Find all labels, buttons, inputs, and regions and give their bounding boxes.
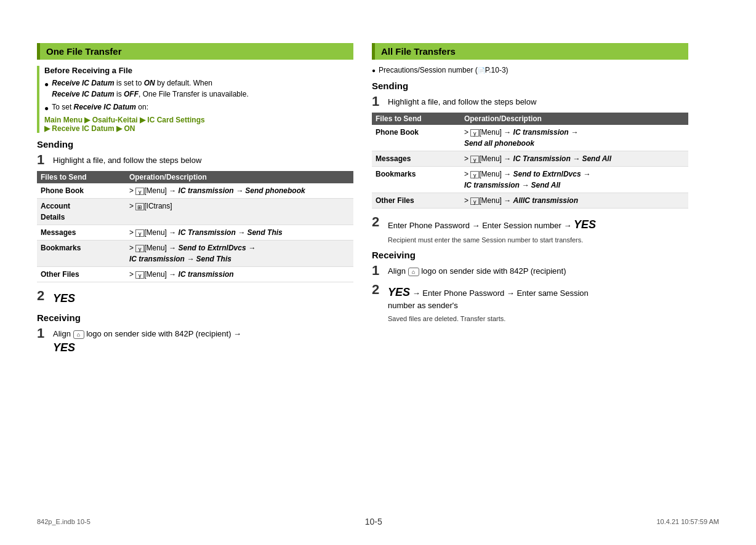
before-title: Before Receiving a File [44, 66, 353, 75]
page-container: One File Transfer Before Receiving a Fil… [0, 0, 756, 545]
precaution-line: ● Precautions/Session number (📄P.10-3) [372, 66, 688, 74]
right-step2-yes: YES [574, 218, 596, 231]
content-area: One File Transfer Before Receiving a Fil… [37, 43, 719, 359]
footer-left: 842p_E.indb 10-5 [37, 518, 90, 525]
footer-right: 10.4.21 10:57:59 AM [656, 518, 719, 525]
file-cell: Messages [37, 225, 126, 241]
operation-cell: > y[Menu] → IC transmission [126, 267, 353, 282]
page-ref-icon: 📄 [478, 67, 485, 74]
receiving-yes: YES [53, 341, 75, 354]
table-row: AccountDetails > ⊞[ICtrans] [37, 199, 353, 225]
file-cell: AccountDetails [37, 199, 126, 225]
table-row: Phone Book > y[Menu] → IC transmission →… [372, 125, 688, 151]
file-cell: Other Files [372, 193, 460, 209]
right-receiving-yes: YES [388, 286, 410, 298]
table-row: Other Files > y[Menu] → IC transmission [37, 267, 353, 282]
right-files-table: Files to Send Operation/Description Phon… [372, 113, 688, 209]
right-receiving-title: Receiving [372, 250, 688, 260]
right-receiving-step1-num: 1 [372, 263, 388, 278]
bullet-item-1: ● Receive IC Datum is set to ON by defau… [44, 78, 353, 100]
file-cell: Bookmarks [37, 241, 126, 267]
precaution-bullet: ● [372, 67, 376, 74]
left-sending-title: Sending [37, 139, 353, 149]
right-sending-step2-note: Recipient must enter the same Session nu… [388, 236, 688, 244]
operation-cell: > y[Menu] → IC Transmission → Send This [126, 225, 353, 241]
left-step2-yes: YES [53, 288, 75, 306]
left-files-table: Files to Send Operation/Description Phon… [37, 171, 353, 282]
left-receiving-step1-num: 1 [37, 326, 53, 341]
right-step1-text: Highlight a file, and follow the steps b… [388, 94, 536, 108]
table-row: Bookmarks > y[Menu] → Send to ExtrnlDvcs… [372, 167, 688, 193]
menu-icon: y [135, 271, 144, 279]
right-section-header: All File Transfers [372, 43, 688, 60]
operation-cell: > y[Menu] → Send to ExtrnlDvcs →IC trans… [126, 241, 353, 267]
file-cell: Phone Book [37, 183, 126, 199]
right-receiving-step2-note: Saved files are deleted. Transfer starts… [388, 315, 688, 322]
left-step1-num: 1 [37, 153, 53, 167]
left-section-header: One File Transfer [37, 43, 353, 60]
file-cell: Bookmarks [372, 167, 460, 193]
right-table-col2-header: Operation/Description [460, 113, 688, 125]
left-receiving-step1: 1 Align ⌂ logo on sender side with 842P … [37, 326, 353, 355]
before-receiving-box: Before Receiving a File ● Receive IC Dat… [37, 66, 353, 133]
left-table-col1-header: Files to Send [37, 171, 126, 183]
left-receiving-title: Receiving [37, 312, 353, 323]
right-sending-step2-num: 2 [372, 215, 388, 229]
operation-cell: > y[Menu] → Send to ExtrnlDvcs →IC trans… [460, 167, 688, 193]
menu-icon: y [470, 197, 479, 205]
operation-cell: > y[Menu] → AllIC transmission [460, 193, 688, 209]
right-sending-title: Sending [372, 81, 688, 91]
right-table-col1-header: Files to Send [372, 113, 460, 125]
right-step1-num: 1 [372, 94, 388, 109]
table-row: Other Files > y[Menu] → AllIC transmissi… [372, 193, 688, 209]
right-receiving-step2: 2 YES → Enter Phone Password → Enter sam… [372, 282, 688, 311]
menu-line: Main Menu ▶ Osaifu-Keitai ▶ IC Card Sett… [44, 116, 353, 133]
operation-cell: > y[Menu] → IC transmission →Send all ph… [460, 125, 688, 151]
table-row: Phone Book > y[Menu] → IC transmission →… [37, 183, 353, 199]
menu-icon: y [135, 188, 144, 195]
bullet-item-2: ● To set Receive IC Datum on: [44, 101, 353, 114]
logo-icon: ⌂ [408, 268, 419, 276]
right-sending-step2-text: Enter Phone Password → Enter Session num… [388, 215, 596, 233]
right-receiving-step1-text: Align ⌂ logo on sender side with 842P (r… [388, 263, 566, 277]
bullet-dot-1: ● [44, 79, 49, 90]
menu-icon: ⊞ [135, 203, 144, 210]
file-cell: Phone Book [372, 125, 460, 151]
right-column: All File Transfers ● Precautions/Session… [372, 43, 719, 359]
right-receiving-step1: 1 Align ⌂ logo on sender side with 842P … [372, 263, 688, 278]
left-receiving-step1-text: Align ⌂ logo on sender side with 842P (r… [53, 326, 241, 355]
file-cell: Other Files [37, 267, 126, 282]
menu-icon: y [470, 129, 479, 137]
right-receiving-step2-num: 2 [372, 282, 388, 297]
left-step2: 2 YES [37, 288, 353, 306]
logo-icon: ⌂ [73, 330, 84, 339]
left-step1-text: Highlight a file, and follow the steps b… [53, 153, 201, 166]
menu-icon: y [470, 171, 479, 178]
page-number: 10-5 [365, 517, 382, 527]
table-row: Messages > y[Menu] → IC Transmission → S… [372, 151, 688, 167]
bullet-dot-2: ● [44, 103, 49, 114]
left-table-col2-header: Operation/Description [126, 171, 353, 183]
menu-icon: y [135, 229, 144, 237]
right-receiving-step2-text: YES → Enter Phone Password → Enter same … [388, 282, 589, 311]
right-sending-step2: 2 Enter Phone Password → Enter Session n… [372, 215, 688, 233]
left-step1: 1 Highlight a file, and follow the steps… [37, 153, 353, 167]
left-column: One File Transfer Before Receiving a Fil… [37, 43, 353, 359]
table-row: Messages > y[Menu] → IC Transmission → S… [37, 225, 353, 241]
right-step1: 1 Highlight a file, and follow the steps… [372, 94, 688, 109]
menu-icon: y [135, 245, 144, 252]
file-cell: Messages [372, 151, 460, 167]
left-step2-num: 2 [37, 288, 53, 303]
footer: 842p_E.indb 10-5 10-5 10.4.21 10:57:59 A… [0, 517, 756, 527]
operation-cell: > y[Menu] → IC Transmission → Send All [460, 151, 688, 167]
table-row: Bookmarks > y[Menu] → Send to ExtrnlDvcs… [37, 241, 353, 267]
operation-cell: > y[Menu] → IC transmission → Send phone… [126, 183, 353, 199]
menu-icon: y [470, 156, 479, 163]
operation-cell: > ⊞[ICtrans] [126, 199, 353, 225]
